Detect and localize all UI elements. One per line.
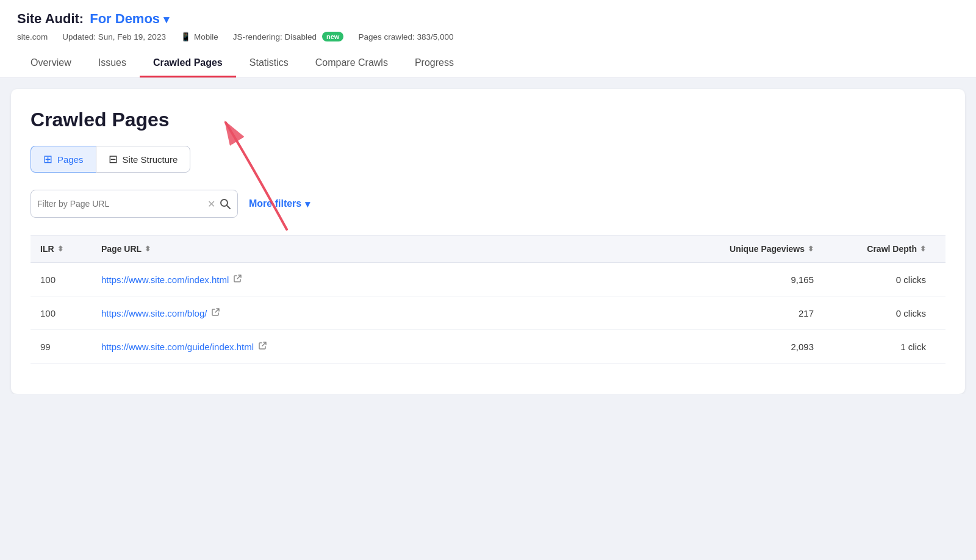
table-header: ILR ⬍ Page URL ⬍ Unique Pageviews ⬍ Craw…: [30, 235, 946, 263]
meta-row: site.com Updated: Sun, Feb 19, 2023 📱 Mo…: [17, 32, 959, 41]
page-url-link-1[interactable]: https://www.site.com/index.html: [101, 275, 229, 285]
domain-label: site.com: [17, 32, 48, 41]
sort-icon-pageviews: ⬍: [808, 245, 814, 253]
col-unique-pageviews[interactable]: Unique Pageviews ⬍: [689, 244, 824, 254]
tab-issues[interactable]: Issues: [85, 50, 140, 77]
table-row: 100 https://www.site.com/index.html 9,16…: [30, 263, 946, 296]
main-content: Crawled Pages ⊞ Pages ⊟ Site Structure ✕…: [11, 89, 965, 394]
tab-compare-crawls[interactable]: Compare Crawls: [302, 50, 401, 77]
pages-crawled-label: Pages crawled: 383/5,000: [358, 32, 453, 41]
cell-ilr-3: 99: [30, 342, 92, 352]
mobile-label: 📱 Mobile: [181, 32, 218, 41]
view-buttons: ⊞ Pages ⊟ Site Structure: [30, 146, 946, 173]
cell-depth-3: 1 click: [824, 342, 946, 352]
cell-url-3: https://www.site.com/guide/index.html: [92, 341, 689, 352]
pages-icon: ⊞: [43, 153, 52, 166]
page-heading: Crawled Pages: [30, 109, 946, 131]
col-ilr[interactable]: ILR ⬍: [30, 244, 92, 254]
filter-input-wrap: ✕: [30, 190, 238, 218]
search-icon: [219, 198, 231, 210]
site-audit-label: Site Audit:: [17, 11, 84, 27]
sort-icon-url: ⬍: [145, 245, 151, 253]
new-badge: new: [322, 32, 343, 41]
cell-url-1: https://www.site.com/index.html: [92, 274, 689, 285]
page-url-link-2[interactable]: https://www.site.com/blog/: [101, 308, 207, 318]
table-row: 100 https://www.site.com/blog/ 217 0 cli…: [30, 296, 946, 330]
cell-url-2: https://www.site.com/blog/: [92, 307, 689, 318]
cell-pageviews-2: 217: [689, 308, 824, 318]
col-page-url[interactable]: Page URL ⬍: [92, 244, 689, 254]
col-crawl-depth[interactable]: Crawl Depth ⬍: [824, 244, 946, 254]
top-bar: Site Audit: For Demos ▾ site.com Updated…: [0, 0, 976, 78]
table-row: 99 https://www.site.com/guide/index.html…: [30, 330, 946, 364]
updated-label: Updated: Sun, Feb 19, 2023: [62, 32, 166, 41]
external-link-icon-2: [211, 307, 220, 318]
site-audit-title: Site Audit: For Demos ▾: [17, 11, 959, 27]
more-filters-button[interactable]: More filters ▾: [249, 198, 310, 210]
tab-crawled-pages[interactable]: Crawled Pages: [140, 50, 236, 77]
cell-pageviews-3: 2,093: [689, 342, 824, 352]
site-name-dropdown[interactable]: For Demos ▾: [90, 11, 169, 27]
sort-icon-depth: ⬍: [920, 245, 926, 253]
site-structure-view-button[interactable]: ⊟ Site Structure: [96, 146, 191, 173]
mobile-icon: 📱: [181, 32, 191, 41]
tab-statistics[interactable]: Statistics: [236, 50, 302, 77]
external-link-icon-3: [258, 341, 267, 352]
page-url-link-3[interactable]: https://www.site.com/guide/index.html: [101, 342, 254, 352]
search-input[interactable]: [37, 199, 207, 209]
clear-icon[interactable]: ✕: [207, 198, 215, 210]
pages-view-button[interactable]: ⊞ Pages: [30, 146, 96, 173]
site-structure-icon: ⊟: [109, 153, 118, 166]
chevron-down-icon: ▾: [163, 13, 169, 26]
search-button[interactable]: [219, 198, 231, 210]
chevron-down-icon: ▾: [305, 198, 310, 210]
cell-depth-2: 0 clicks: [824, 308, 946, 318]
svg-line-2: [227, 206, 231, 209]
table: ILR ⬍ Page URL ⬍ Unique Pageviews ⬍ Craw…: [30, 235, 946, 364]
tab-overview[interactable]: Overview: [17, 50, 85, 77]
cell-ilr-1: 100: [30, 275, 92, 285]
js-rendering-label: JS-rendering: Disabled new: [233, 32, 344, 41]
tab-progress[interactable]: Progress: [401, 50, 467, 77]
external-link-icon-1: [233, 274, 242, 285]
filter-row: ✕ More filters ▾: [30, 190, 946, 218]
cell-ilr-2: 100: [30, 308, 92, 318]
cell-pageviews-1: 9,165: [689, 275, 824, 285]
cell-depth-1: 0 clicks: [824, 275, 946, 285]
nav-tabs: Overview Issues Crawled Pages Statistics…: [17, 50, 959, 77]
sort-icon-ilr: ⬍: [57, 245, 63, 253]
